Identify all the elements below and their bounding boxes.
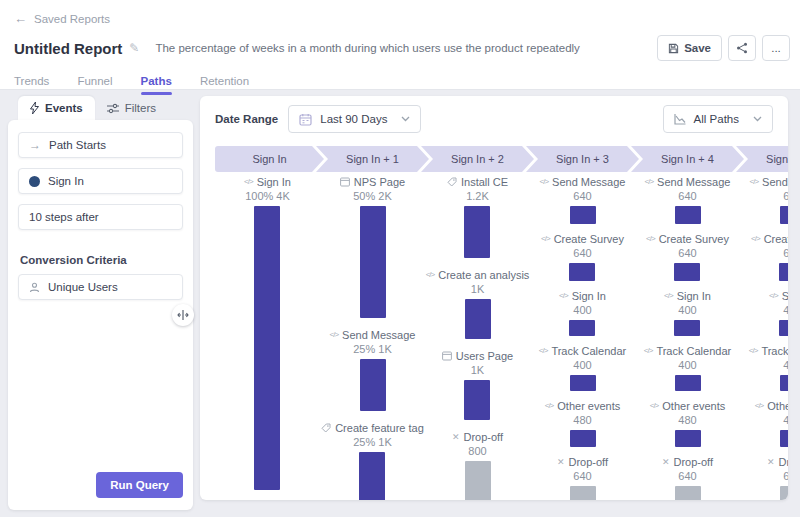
path-node[interactable]: </>Sign In100% 4K [244,175,291,490]
path-bar[interactable] [570,206,596,224]
path-node[interactable]: </>Sign In400 [664,289,711,336]
paths-filter-select[interactable]: All Paths [663,105,773,133]
path-step-header[interactable]: Sign In + 1 [316,146,429,172]
page-title: Untitled Report [14,40,122,57]
save-icon [668,43,679,54]
sidebar-tab-events[interactable]: Events [18,96,95,120]
path-bar[interactable] [675,375,701,391]
path-bar[interactable] [779,320,788,336]
path-node-value: 640 [573,246,591,260]
path-node[interactable]: </>Create Survey640 [751,232,788,281]
path-node[interactable]: </>Send Message640 [645,175,731,224]
path-node-label: </>Track Calendar [539,344,626,358]
path-bar[interactable] [570,430,596,447]
path-node[interactable]: ✕Drop-off800 [452,430,503,500]
back-to-saved-reports[interactable]: ← Saved Reports [0,0,800,25]
path-node-label: </>Track Calendar [644,344,731,358]
path-step-header[interactable]: Sign In + 3 [526,146,639,172]
path-node-label: </>Sign In [664,289,711,303]
save-button[interactable]: Save [657,35,722,61]
path-bar[interactable] [674,320,700,336]
path-node[interactable]: Install CE1.2K [447,175,508,258]
path-node[interactable]: ✕Drop-off640 [662,455,713,500]
path-node[interactable]: </>Track Calendar400 [539,344,626,391]
path-node-label: </>Create Survey [751,232,788,246]
path-node[interactable]: </>Send Message640 [750,175,788,224]
unique-users-row[interactable]: Unique Users [18,274,183,300]
path-node[interactable]: </>Create Survey640 [646,232,729,281]
sidebar-tab-filters[interactable]: Filters [95,96,168,120]
path-node[interactable]: ✕Drop-off640 [557,455,608,500]
path-bar[interactable] [569,320,595,336]
path-node-label: </>Other events [545,399,621,413]
path-column: </>Sign In100% 4K [215,175,320,500]
path-bar[interactable] [464,380,490,420]
path-node-label: </>Other events [650,399,726,413]
person-icon [29,282,40,293]
path-bar[interactable] [360,206,386,318]
path-node-label: ✕Drop-off [767,455,788,469]
event-row-sign-in[interactable]: Sign In [18,168,183,194]
edit-title-icon[interactable]: ✎ [129,41,139,55]
path-node-label: Users Page [442,349,513,363]
path-bar[interactable] [360,359,386,411]
more-options-button[interactable]: ... [762,35,790,61]
path-step-header[interactable]: Sign In [215,146,324,172]
bolt-icon [30,102,39,114]
code-icon: </> [540,175,549,189]
path-node[interactable]: </>Create an analysis1K [426,268,530,339]
path-bar[interactable] [465,299,491,339]
path-node[interactable]: </>Send Message640 [540,175,626,224]
path-bar[interactable] [569,263,595,281]
path-bar[interactable] [780,430,789,447]
path-step-header[interactable]: Sign In + 2 [421,146,534,172]
path-node-label: Install CE [447,175,508,189]
chart-icon [674,114,686,125]
dropoff-bar[interactable] [780,486,789,500]
path-node[interactable]: Users Page1K [442,349,513,420]
path-node[interactable]: </>Track Calendar400 [644,344,731,391]
path-node[interactable]: </>Sign In400 [769,289,788,336]
path-bar[interactable] [674,263,700,281]
date-range-select[interactable]: Last 90 Days [288,105,421,133]
steps-after-row[interactable]: 10 steps after [18,204,183,230]
path-columns: </>Sign In100% 4KNPS Page50% 2K</>Send M… [215,172,773,500]
path-node[interactable]: </>Sign In400 [559,289,606,336]
path-node-value: 400 [678,303,696,317]
path-node[interactable]: </>Other events480 [545,399,621,447]
path-bar[interactable] [464,206,490,258]
path-node-value: 1.2K [466,189,489,203]
path-bar[interactable] [779,263,788,281]
dropoff-bar[interactable] [675,486,701,500]
share-button[interactable] [728,35,756,61]
code-icon: </> [749,344,758,358]
code-icon: </> [664,289,673,303]
path-node[interactable]: ✕Drop-off640 [767,455,788,500]
event-dot-icon [29,176,40,187]
path-node[interactable]: Create feature tag25% 1K [321,421,424,500]
path-node[interactable]: </>Track Calendar400 [749,344,788,391]
path-node[interactable]: NPS Page50% 2K [340,175,405,318]
path-node-label: </>Send Message [330,328,416,342]
path-starts-row[interactable]: → Path Starts [18,132,183,158]
dropoff-bar[interactable] [570,486,596,500]
path-node[interactable]: </>Other events480 [755,399,788,447]
path-node[interactable]: </>Other events480 [650,399,726,447]
run-query-button[interactable]: Run Query [96,472,183,498]
path-step-header[interactable]: Sign In + 4 [631,146,744,172]
path-node-value: 640 [573,469,591,483]
path-bar[interactable] [675,206,701,224]
path-node-value: 640 [678,469,696,483]
path-bar[interactable] [359,452,385,500]
path-bar[interactable] [675,430,701,447]
path-bar[interactable] [570,375,596,391]
path-node-value: 400 [783,358,788,372]
sidebar-resize-handle[interactable] [172,304,194,326]
path-bar[interactable] [780,375,789,391]
path-bar[interactable] [254,206,280,490]
path-bar[interactable] [780,206,789,224]
path-node[interactable]: </>Send Message25% 1K [330,328,416,411]
path-step-headers: Sign InSign In + 1Sign In + 2Sign In + 3… [215,146,773,172]
path-node[interactable]: </>Create Survey640 [541,232,624,281]
dropoff-bar[interactable] [465,461,491,500]
